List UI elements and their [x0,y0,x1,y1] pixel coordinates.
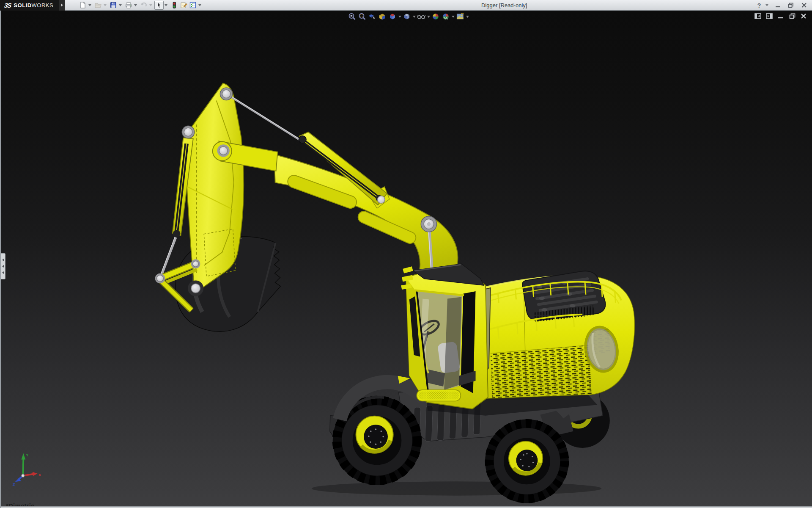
print-button[interactable] [124,1,133,10]
section-view-icon [378,12,387,21]
document-window-controls [754,13,807,19]
open-folder-icon [94,1,102,9]
close-button[interactable] [800,2,808,9]
new-document-dropdown[interactable] [88,1,92,10]
select-button[interactable] [154,1,164,10]
note-pencil-icon [180,1,188,9]
help-button[interactable]: ? [755,2,763,9]
options-dropdown[interactable] [198,1,202,10]
zoom-to-area-button[interactable] [357,12,367,21]
triad-y-label: Y [26,453,29,457]
save-dropdown[interactable] [118,1,123,10]
options-checklist-button[interactable] [188,1,198,10]
restore-button[interactable] [787,2,795,9]
zoom-to-fit-icon [348,12,356,21]
select-dropdown[interactable] [164,1,168,10]
new-document-icon [79,1,87,9]
checklist-icon [189,1,197,9]
engine-cover[interactable] [522,271,606,322]
apply-scene-button[interactable] [441,12,451,21]
view-settings-icon [456,12,464,21]
zoom-to-area-icon [358,12,366,21]
undo-icon [140,1,148,9]
solidworks-window: 3S SOLID WORKS [0,0,812,508]
help-dropdown[interactable] [765,2,768,9]
brand-works: WORKS [32,2,54,8]
panel-right-toggle-button[interactable] [766,13,773,19]
excavator-model[interactable]: Y X Z [1,11,812,508]
view-settings-dropdown[interactable] [465,12,469,21]
collapse-arrow-icon [2,265,4,268]
triad-x-label: X [38,472,41,477]
apply-scene-dropdown[interactable] [451,12,455,21]
select-cursor-icon [155,1,163,9]
titlebar: 3S SOLID WORKS [0,0,812,11]
wheel-rear[interactable] [485,419,569,503]
status-bar-edge [1,506,812,508]
traffic-light-icon [170,1,178,9]
headsup-view-toolbar [347,12,469,21]
brand-solid: SOLID [14,2,31,8]
document-title: Digger [Read-only] [481,0,527,11]
view-orientation-dropdown[interactable] [398,12,402,21]
display-style-icon [403,12,411,21]
previous-view-icon [368,12,376,21]
view-orientation-button[interactable] [387,12,398,21]
dipper-arm[interactable] [185,83,244,289]
print-icon [125,1,132,9]
collapse-arrow-icon [2,259,4,261]
glasses-icon [417,12,426,21]
display-style-dropdown[interactable] [412,12,416,21]
triad-z-label: Z [13,482,15,487]
panel-left-toggle-button[interactable] [754,13,761,19]
view-orientation-icon [388,12,397,21]
solidworks-logo: 3S SOLID WORKS [0,0,59,11]
open-button[interactable] [93,1,103,10]
print-dropdown[interactable] [133,1,138,10]
section-view-button[interactable] [377,12,387,21]
window-controls: ? [755,0,808,11]
appearance-ball-icon [431,12,440,21]
view-settings-button[interactable] [455,12,465,21]
hide-show-items-button[interactable] [416,12,426,21]
undo-button[interactable] [139,1,148,10]
undo-dropdown[interactable] [148,1,153,10]
save-floppy-icon [110,1,117,9]
brand-3s: 3S [4,2,12,9]
doc-close-button[interactable] [800,13,807,19]
display-style-button[interactable] [402,12,412,21]
new-document-button[interactable] [78,1,88,10]
rebuild-traffic-light-button[interactable] [170,1,179,10]
edit-appearance-button[interactable] [431,12,441,21]
collapse-arrow-icon [2,271,4,274]
open-dropdown[interactable] [103,1,107,10]
hide-show-items-dropdown[interactable] [426,12,431,21]
standard-toolbar [78,0,203,11]
previous-view-button[interactable] [367,12,377,21]
doc-restore-button[interactable] [789,13,796,19]
orientation-triad: Y X Z [13,453,41,487]
doc-minimize-button[interactable] [777,13,784,19]
zoom-to-fit-button[interactable] [347,12,357,21]
minimize-button[interactable] [774,2,782,9]
feature-manager-collapsed-tab[interactable] [1,253,5,279]
apply-scene-icon [442,12,450,21]
menu-expand-tab[interactable] [59,0,65,11]
graphics-viewport[interactable]: Y X Z [0,11,812,508]
annotation-note-button[interactable] [179,1,188,10]
save-button[interactable] [109,1,118,10]
